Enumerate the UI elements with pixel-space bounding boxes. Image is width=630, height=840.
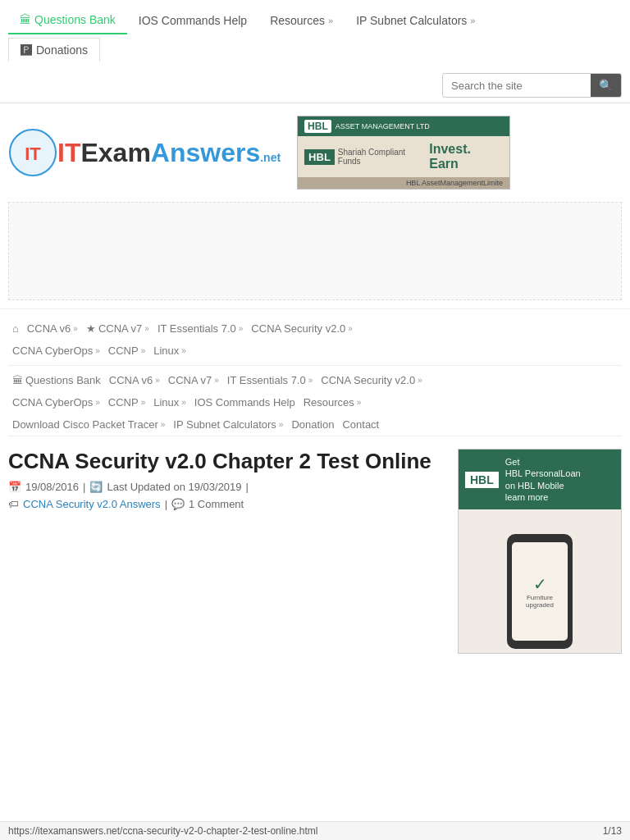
bank-icon: 🏛 <box>20 13 31 26</box>
ad-hbl-left: HBL Shariah Compliant Funds <box>304 148 429 166</box>
logo-answers: Answers <box>151 138 260 168</box>
calendar-icon: 📅 <box>8 481 21 493</box>
phone-graphic: ✓ Furniture upgraded <box>507 534 573 649</box>
arrow-icon: » <box>141 398 146 407</box>
ad-subtitle: Shariah Compliant Funds <box>338 148 429 166</box>
nav-questions-bank[interactable]: 🏛 Questions Bank <box>8 7 127 34</box>
arrow-icon: » <box>279 420 284 429</box>
bank-icon-2: 🏛 <box>12 374 23 386</box>
nav-row-1: 🏛 Questions Bank IOS Commands Help Resou… <box>8 0 622 34</box>
home-icon: ⌂ <box>12 322 19 335</box>
update-icon: 🔄 <box>89 481 103 493</box>
logo-exam: Exam <box>80 138 150 168</box>
sec-nav-row-3: 🏛 Questions Bank CCNA v6 » CCNA v7 » IT … <box>8 369 622 391</box>
search-input[interactable] <box>443 75 591 96</box>
sec-nav-linux-2[interactable]: Linux » <box>149 395 190 410</box>
sec-nav-ccna-v7[interactable]: ★ CCNA v7 » <box>82 321 153 336</box>
sec-nav-cyberops[interactable]: CCNA CyberOps » <box>8 343 104 358</box>
article-section: CCNA Security v2.0 Chapter 2 Test Online… <box>0 436 630 666</box>
article-title: CCNA Security v2.0 Chapter 2 Test Online <box>8 449 445 474</box>
sec-nav-ccna-v7-2[interactable]: CCNA v7 » <box>164 372 223 388</box>
sec-nav-packet-tracer[interactable]: Download Cisco Packet Tracer » <box>8 417 169 432</box>
arrow-icon: » <box>95 346 100 355</box>
comment-icon: 💬 <box>171 498 185 510</box>
nav-separator <box>8 365 622 366</box>
arrow-icon: » <box>181 346 186 355</box>
sidebar-ad[interactable]: HBL Get HBL PersonalLoan on HBL Mobile l… <box>458 449 622 654</box>
nav-ios-commands[interactable]: IOS Commands Help <box>127 7 258 34</box>
tag-icon: 🏷 <box>8 498 19 510</box>
arrow-icon: » <box>161 420 166 429</box>
sec-nav-ccnp-2[interactable]: CCNP » <box>104 395 149 410</box>
article-tag-link[interactable]: CCNA Security v2.0 Answers <box>23 498 161 510</box>
nav-resources[interactable]: Resources » <box>258 7 345 34</box>
sec-nav-row-5: Download Cisco Packet Tracer » IP Subnet… <box>8 413 622 436</box>
top-ad-banner[interactable]: HBL ASSET MANAGEMENT LTD HBL Shariah Com… <box>297 116 510 189</box>
site-logo[interactable]: IT IT Exam Answers .net <box>8 128 281 177</box>
sec-nav-row-1: ⌂ CCNA v6 » ★ CCNA v7 » IT Essentials 7.… <box>8 317 622 340</box>
sec-nav-home[interactable]: ⌂ <box>8 321 23 336</box>
sec-nav-it-essentials-2[interactable]: IT Essentials 7.0 » <box>223 372 317 388</box>
meta-separator: | <box>83 481 85 493</box>
arrow-icon: » <box>73 324 78 333</box>
top-navigation-bar: 🏛 Questions Bank IOS Commands Help Resou… <box>0 0 630 103</box>
ad-banner-company-text: ASSET MANAGEMENT LTD <box>336 122 430 131</box>
sec-nav-row-2: CCNA CyberOps » CCNP » Linux » <box>8 340 622 362</box>
arrow-icon: » <box>418 376 422 385</box>
sec-nav-ccna-v6-2[interactable]: CCNA v6 » <box>105 372 164 388</box>
ad-tagline: Invest. Earn <box>429 142 503 171</box>
search-icon: 🔍 <box>599 79 613 92</box>
paypal-icon: 🅿 <box>21 43 32 57</box>
ad-banner-footer: HBL AssetManagementLimite <box>298 177 509 189</box>
article-date: 19/08/2016 <box>25 481 79 493</box>
hbl-logo-sidebar: HBL <box>465 472 499 488</box>
logo-text: IT Exam Answers .net <box>57 138 281 168</box>
sec-nav-resources[interactable]: Resources » <box>299 395 366 410</box>
logo-it: IT <box>57 138 80 168</box>
meta-separator-2: | <box>246 481 249 493</box>
sec-nav-contact[interactable]: Contact <box>338 417 383 432</box>
arrow-icon: » <box>95 398 100 407</box>
arrow-icon: » <box>155 376 160 385</box>
sec-nav-ccnp[interactable]: CCNP » <box>104 343 149 358</box>
nav-donations[interactable]: 🅿 Donations <box>8 38 100 62</box>
sec-nav-ccna-security-2[interactable]: CCNA Security v2.0 » <box>317 372 426 388</box>
arrow-icon: » <box>141 346 146 355</box>
arrow-icon: » <box>308 376 313 385</box>
sidebar-ad-text: Get HBL PersonalLoan on HBL Mobile learn… <box>505 456 581 503</box>
chevron-icon: » <box>470 16 475 25</box>
sidebar-ad-header: HBL Get HBL PersonalLoan on HBL Mobile l… <box>459 450 621 509</box>
sec-nav-linux[interactable]: Linux » <box>149 343 190 358</box>
star-icon: ★ <box>86 322 96 335</box>
ad-space-leaderboard <box>8 202 622 300</box>
arrow-icon: » <box>357 398 362 407</box>
hbl-green-logo: HBL <box>304 149 335 165</box>
sec-nav-it-essentials[interactable]: IT Essentials 7.0 » <box>153 321 247 336</box>
arrow-icon: » <box>144 324 149 333</box>
sidebar-ad-body: ✓ Furniture upgraded <box>459 509 621 654</box>
secondary-nav: ⌂ CCNA v6 » ★ CCNA v7 » IT Essentials 7.… <box>0 308 630 436</box>
tags-separator: | <box>165 498 167 510</box>
article-meta: 📅 19/08/2016 | 🔄 Last Updated on 19/03/2… <box>8 481 445 493</box>
search-button[interactable]: 🔍 <box>591 74 621 97</box>
arrow-icon: » <box>181 398 186 407</box>
logo-svg-icon: IT <box>8 128 57 177</box>
nav-ip-subnet[interactable]: IP Subnet Calculators » <box>345 7 486 34</box>
sec-nav-cyberops-2[interactable]: CCNA CyberOps » <box>8 395 104 410</box>
logo-net: .net <box>260 151 281 164</box>
sec-nav-ios-commands[interactable]: IOS Commands Help <box>190 395 299 410</box>
article-tags: 🏷 CCNA Security v2.0 Answers | 💬 1 Comme… <box>8 498 445 510</box>
article-content: CCNA Security v2.0 Chapter 2 Test Online… <box>8 449 445 510</box>
sec-nav-ip-subnet[interactable]: IP Subnet Calculators » <box>169 417 287 432</box>
sec-nav-donation[interactable]: Donation <box>287 417 338 432</box>
phone-screen: ✓ Furniture upgraded <box>512 542 568 641</box>
furniture-text-2: upgraded <box>526 601 554 609</box>
ad-banner-header: HBL ASSET MANAGEMENT LTD <box>298 116 509 136</box>
checkmark-icon: ✓ <box>533 574 547 594</box>
search-box: 🔍 <box>442 73 622 98</box>
arrow-icon: » <box>348 324 353 333</box>
sec-nav-ccna-security[interactable]: CCNA Security v2.0 » <box>247 321 356 336</box>
chevron-icon: » <box>328 16 333 25</box>
sec-nav-ccna-v6[interactable]: CCNA v6 » <box>23 321 82 336</box>
sec-nav-questions-bank-2[interactable]: 🏛 Questions Bank <box>8 372 105 388</box>
